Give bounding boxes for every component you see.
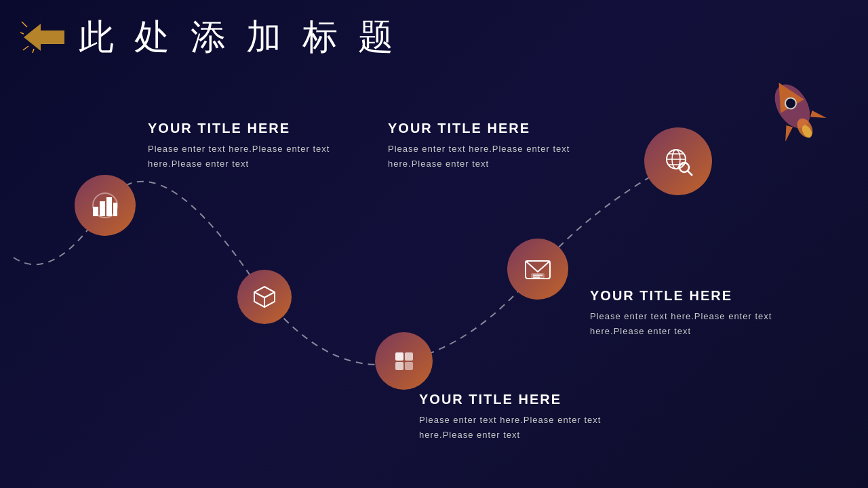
circle-5	[644, 127, 712, 195]
svg-line-3	[23, 46, 28, 50]
text-block-1: YOUR TITLE HERE Please enter text here.P…	[148, 121, 331, 171]
svg-line-2	[20, 33, 24, 34]
circle-4	[507, 239, 568, 300]
svg-rect-26	[531, 273, 545, 279]
text-block-3: YOUR TITLE HERE Please enter text here.P…	[419, 392, 602, 443]
block-3-body: Please enter text here.Please enter text…	[419, 413, 602, 443]
slide: 此 处 添 加 标 题	[0, 0, 868, 488]
block-4-title: YOUR TITLE HERE	[590, 288, 773, 304]
svg-rect-21	[395, 352, 403, 361]
svg-marker-9	[808, 106, 826, 125]
svg-rect-23	[395, 362, 403, 370]
text-block-4: YOUR TITLE HERE Please enter text here.P…	[590, 288, 773, 339]
circle-1	[75, 175, 136, 236]
circle-3	[375, 332, 433, 390]
svg-rect-24	[405, 362, 413, 370]
svg-line-35	[688, 171, 692, 176]
text-block-2: YOUR TITLE HERE Please enter text here.P…	[388, 121, 571, 171]
block-4-body: Please enter text here.Please enter text…	[590, 309, 773, 339]
block-2-body: Please enter text here.Please enter text…	[388, 142, 571, 171]
svg-rect-14	[106, 197, 112, 216]
block-2-title: YOUR TITLE HERE	[388, 121, 571, 136]
block-3-title: YOUR TITLE HERE	[419, 392, 602, 407]
block-1-body: Please enter text here.Please enter text…	[148, 142, 331, 171]
header-title: 此 处 添 加 标 题	[79, 14, 399, 61]
header-icon	[20, 20, 68, 54]
svg-line-18	[254, 292, 264, 298]
header: 此 处 添 加 标 题	[20, 14, 399, 61]
svg-line-4	[33, 49, 34, 53]
svg-line-1	[22, 22, 27, 27]
circle-2	[237, 270, 292, 324]
rocket-icon	[751, 64, 843, 163]
svg-marker-0	[24, 24, 64, 51]
svg-rect-13	[100, 201, 105, 216]
svg-line-19	[264, 292, 275, 298]
block-1-title: YOUR TITLE HERE	[148, 121, 331, 136]
svg-rect-22	[405, 352, 413, 361]
